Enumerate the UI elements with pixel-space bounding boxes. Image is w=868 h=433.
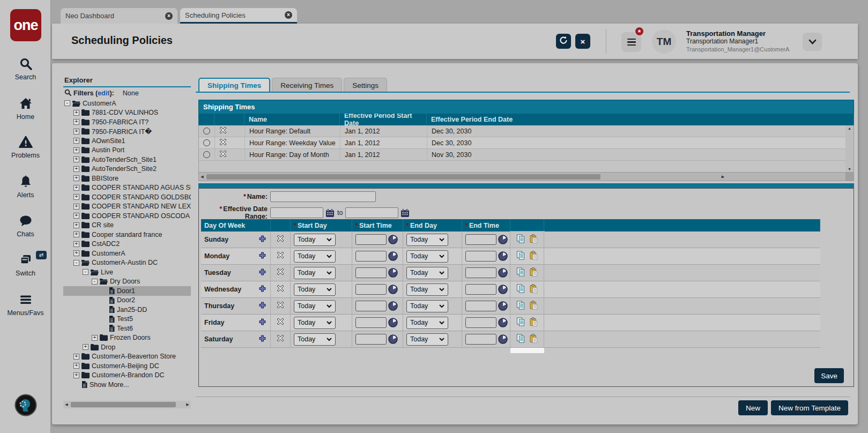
scroll-right-icon[interactable]: ▶	[184, 402, 191, 407]
tree-item[interactable]: + AutoTenderSch_Site2	[63, 165, 191, 174]
tab-settings[interactable]: Settings	[344, 78, 387, 92]
end-time-input[interactable]	[465, 251, 496, 262]
end-time-input[interactable]	[465, 234, 496, 245]
tree-item[interactable]: + 7950-FABRICA IT�	[63, 127, 191, 137]
start-time-input[interactable]	[355, 267, 387, 278]
clock-icon[interactable]	[498, 235, 508, 244]
new-from-template-button[interactable]: New from Template	[771, 400, 848, 415]
tree-item[interactable]: + CustomerA-Beaverton Store	[63, 352, 191, 362]
sidebar-item-home[interactable]: Home	[0, 96, 51, 121]
end-time-input[interactable]	[465, 267, 496, 278]
end-day-select[interactable]: Today	[406, 267, 448, 279]
tree-toggle[interactable]: +	[73, 147, 79, 153]
tree-item[interactable]: + Frozen Doors	[63, 333, 191, 343]
sidebar-item-chats[interactable]: Chats	[0, 214, 51, 238]
add-row-icon[interactable]	[259, 268, 266, 278]
paste-icon[interactable]	[529, 301, 538, 312]
table-horizontal-scrollbar[interactable]: ◀ ▶	[198, 173, 854, 181]
tab-receiving-times[interactable]: Receiving Times	[272, 78, 342, 92]
end-day-select[interactable]: Today	[406, 300, 448, 312]
window-tab-neo-dashboard[interactable]: Neo Dashboard ×	[61, 8, 177, 24]
one-network-logo[interactable]: one	[10, 9, 41, 41]
row-select-radio[interactable]	[203, 139, 210, 146]
tree-toggle[interactable]: +	[73, 204, 79, 210]
tree-toggle[interactable]: -	[64, 100, 70, 106]
tree-item[interactable]: + CstADC2	[63, 240, 191, 249]
tree-item[interactable]: Jan25-DD	[63, 305, 191, 315]
end-day-select[interactable]: Today	[406, 317, 448, 329]
paste-icon[interactable]	[529, 334, 538, 345]
add-row-icon[interactable]	[259, 251, 266, 261]
start-time-input[interactable]	[355, 301, 387, 311]
tree-toggle[interactable]: +	[73, 185, 79, 191]
tree-item[interactable]: + Austin Port	[63, 146, 191, 155]
copy-icon[interactable]	[516, 267, 525, 279]
add-row-icon[interactable]	[259, 301, 266, 311]
tree-item[interactable]: + 7881-CDV VALINHOS	[63, 108, 191, 118]
close-page-button[interactable]: ×	[575, 34, 590, 49]
copy-icon[interactable]	[516, 317, 525, 329]
start-date-input[interactable]	[270, 207, 323, 218]
window-tab-scheduling-policies[interactable]: Scheduling Policies ×	[180, 8, 297, 24]
tree-item[interactable]: + AOwnSite1	[63, 136, 191, 146]
clock-icon[interactable]	[498, 318, 508, 327]
tree-item[interactable]: - Dry Doors	[63, 277, 191, 287]
add-row-icon[interactable]	[259, 318, 266, 327]
new-button[interactable]: New	[738, 400, 768, 415]
tree-item[interactable]: + COOPER STANDARD NEW LEXINGTON	[63, 202, 191, 212]
switch-badge-icon[interactable]: ⇄	[36, 251, 47, 259]
scrollbar-thumb[interactable]	[206, 174, 600, 180]
clock-icon[interactable]	[388, 334, 398, 344]
tree-item[interactable]: + 7950-FABRICA IT?	[63, 117, 191, 127]
tree-toggle[interactable]: +	[73, 119, 79, 125]
start-time-input[interactable]	[355, 334, 387, 345]
tree-toggle[interactable]: +	[73, 213, 79, 219]
assistant-icon[interactable]	[14, 394, 37, 416]
scroll-left-icon[interactable]: ◀	[63, 402, 70, 407]
paste-icon[interactable]	[529, 317, 538, 329]
paste-icon[interactable]	[529, 284, 538, 295]
sidebar-item-search[interactable]: Search	[0, 57, 51, 81]
tab-shipping-times[interactable]: Shipping Times	[198, 78, 270, 92]
add-row-icon[interactable]	[259, 285, 266, 294]
tree-item[interactable]: + Cooper standard france	[63, 230, 191, 240]
sidebar-item-alerts[interactable]: Alerts	[0, 175, 51, 199]
delete-row-icon[interactable]	[277, 268, 284, 278]
delete-row-icon[interactable]	[219, 126, 227, 136]
paste-icon[interactable]	[529, 251, 538, 262]
tree-item[interactable]: + COOPER STANDARD AGUAS SEALING (3	[63, 183, 191, 193]
copy-icon[interactable]	[516, 284, 525, 295]
copy-icon[interactable]	[516, 251, 525, 262]
tree-toggle[interactable]: +	[73, 166, 79, 172]
name-input[interactable]	[270, 191, 376, 202]
clock-icon[interactable]	[498, 251, 508, 261]
column-header-name[interactable]: Name	[244, 114, 340, 125]
delete-row-icon[interactable]	[277, 334, 284, 344]
start-day-select[interactable]: Today	[294, 234, 336, 246]
tree-toggle[interactable]: +	[73, 222, 79, 228]
clock-icon[interactable]	[388, 235, 398, 244]
paste-icon[interactable]	[529, 234, 538, 245]
scrollbar-thumb[interactable]	[71, 402, 176, 407]
delete-row-icon[interactable]	[277, 318, 284, 327]
start-day-select[interactable]: Today	[294, 250, 336, 263]
edit-filters-link[interactable]: edit	[98, 89, 109, 97]
clock-icon[interactable]	[498, 301, 508, 311]
tree-toggle[interactable]: +	[73, 175, 79, 181]
delete-row-icon[interactable]	[277, 301, 284, 311]
tree-toggle[interactable]: +	[73, 354, 79, 360]
tree-toggle[interactable]: +	[73, 156, 79, 162]
tree-item[interactable]: Test6	[63, 324, 191, 333]
tree-item[interactable]: Show More...	[63, 380, 191, 390]
end-day-select[interactable]: Today	[406, 234, 448, 246]
save-button[interactable]: Save	[814, 368, 844, 383]
tree-toggle[interactable]: +	[73, 129, 79, 135]
table-vertical-scrollbar[interactable]: ▲ ▼	[845, 125, 854, 172]
close-tab-icon[interactable]: ×	[165, 12, 173, 20]
sidebar-item-problems[interactable]: Problems	[0, 135, 51, 160]
tree-item[interactable]: - CustomerA-Austin DC	[63, 258, 191, 268]
end-day-select[interactable]: Today	[406, 250, 448, 263]
tree-item[interactable]: + CustomerA-Beijing DC	[63, 361, 191, 371]
start-time-input[interactable]	[355, 317, 387, 328]
paste-icon[interactable]	[529, 267, 538, 279]
